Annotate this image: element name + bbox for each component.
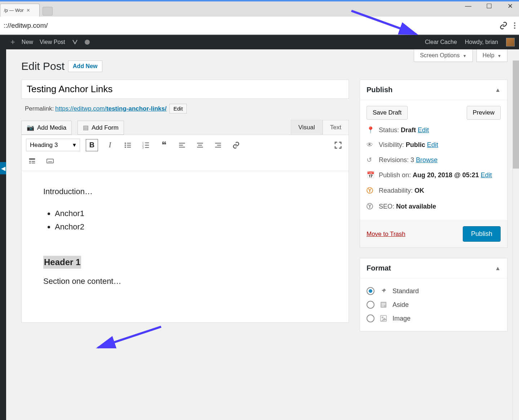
add-form-button[interactable]: ▤Add Form xyxy=(77,121,124,135)
post-title-input[interactable] xyxy=(21,80,349,99)
permalink-edit-button[interactable]: Edit xyxy=(169,104,187,113)
svg-rect-27 xyxy=(47,159,53,163)
permalink-label: Permalink: xyxy=(25,105,54,112)
permalink-row: Permalink: https://editwp.com/testing-an… xyxy=(21,99,349,120)
screen-options-button[interactable]: Screen Options ▼ xyxy=(414,49,473,62)
pin-icon: 📍 xyxy=(367,126,374,134)
move-to-trash-link[interactable]: Move to Trash xyxy=(367,231,405,238)
svg-rect-14 xyxy=(179,145,183,146)
tab-text[interactable]: Text xyxy=(323,120,349,135)
content-section-1: Section one content… xyxy=(43,275,327,287)
format-label: Image xyxy=(392,315,411,322)
eye-icon: 👁 xyxy=(367,141,374,149)
browser-menu-icon[interactable] xyxy=(514,22,515,29)
browser-tab[interactable]: /p — Wor × xyxy=(0,4,40,17)
format-header[interactable]: Format ▲ xyxy=(360,258,507,278)
adminbar-clear-cache[interactable]: Clear Cache xyxy=(425,39,457,45)
permalink-link[interactable]: https://editwp.com/testing-anchor-links/ xyxy=(55,105,167,112)
format-radio-standard[interactable] xyxy=(367,287,374,295)
visibility-edit-link[interactable]: Edit xyxy=(427,141,438,148)
svg-rect-2 xyxy=(127,143,131,143)
svg-rect-16 xyxy=(197,143,203,143)
wp-admin-sidebar-collapsed xyxy=(0,35,6,420)
schedule-edit-link[interactable]: Edit xyxy=(481,171,492,179)
svg-rect-25 xyxy=(29,163,31,164)
svg-rect-10 xyxy=(145,145,149,146)
align-left-button[interactable] xyxy=(176,139,188,151)
svg-point-3 xyxy=(125,144,126,146)
blockquote-button[interactable]: ❝ xyxy=(158,139,170,151)
link-icon[interactable] xyxy=(500,22,507,30)
bullet-list-button[interactable] xyxy=(122,139,134,151)
svg-text:3: 3 xyxy=(142,146,144,149)
format-label: Aside xyxy=(392,301,409,309)
chevron-up-icon: ▲ xyxy=(495,265,501,272)
adminbar-view-post[interactable]: View Post xyxy=(40,39,65,45)
format-radio-image[interactable] xyxy=(367,314,374,322)
tab-title: /p — Wor xyxy=(4,8,24,13)
preview-button[interactable]: Preview xyxy=(467,106,501,120)
form-icon: ▤ xyxy=(83,124,89,131)
svg-point-5 xyxy=(125,146,126,148)
svg-rect-23 xyxy=(29,161,31,162)
help-button[interactable]: Help ▼ xyxy=(476,49,507,62)
toolbar-toggle-button[interactable] xyxy=(26,155,38,167)
add-media-button[interactable]: 📷Add Media xyxy=(21,121,72,135)
adminbar-greeting[interactable]: Howdy, brian xyxy=(465,39,498,45)
editor-content[interactable]: Introduction… Anchor1 Anchor2 Header 1 S… xyxy=(22,171,349,322)
svg-rect-36 xyxy=(382,304,386,305)
adminbar-new[interactable]: New xyxy=(22,39,33,45)
yoast-icon[interactable] xyxy=(72,39,78,45)
align-right-button[interactable] xyxy=(212,139,224,151)
format-select[interactable]: Heading 3▾ xyxy=(26,139,80,151)
window-minimize-icon[interactable]: — xyxy=(463,2,474,10)
publish-header[interactable]: Publish ▲ xyxy=(360,80,507,100)
pin-icon xyxy=(380,287,387,295)
editor-toolbar: Heading 3▾ B I 123 ❝ xyxy=(22,135,349,171)
svg-rect-6 xyxy=(127,147,131,147)
svg-rect-24 xyxy=(32,161,35,162)
tab-visual[interactable]: Visual xyxy=(291,120,323,135)
svg-rect-21 xyxy=(215,147,221,147)
svg-point-39 xyxy=(382,317,383,318)
insert-link-button[interactable] xyxy=(230,139,242,151)
revisions-browse-link[interactable]: Browse xyxy=(416,156,438,164)
align-center-button[interactable] xyxy=(194,139,206,151)
svg-rect-12 xyxy=(145,147,149,148)
tab-close-icon[interactable]: × xyxy=(27,7,30,14)
svg-rect-35 xyxy=(382,303,386,304)
wp-admin-bar: + New View Post Clear Cache Howdy, brian xyxy=(6,35,519,49)
address-bar[interactable]: :://editwp.com/ xyxy=(4,22,500,30)
content-intro: Introduction… xyxy=(43,186,327,197)
numbered-list-button[interactable]: 123 xyxy=(140,139,152,151)
svg-rect-4 xyxy=(127,145,131,146)
collapse-menu-icon[interactable]: ◀ xyxy=(0,162,6,174)
status-edit-link[interactable]: Edit xyxy=(418,126,429,134)
publish-metabox: Publish ▲ Save Draft Preview 📍 Status: D… xyxy=(360,80,507,248)
new-tab-button[interactable] xyxy=(43,7,53,15)
publish-button[interactable]: Publish xyxy=(463,226,501,242)
user-avatar[interactable] xyxy=(506,38,515,46)
svg-rect-37 xyxy=(382,306,384,307)
svg-rect-20 xyxy=(217,145,221,146)
keyboard-button[interactable] xyxy=(44,155,56,167)
scrollbar-vertical[interactable] xyxy=(513,61,519,420)
bold-button[interactable]: B xyxy=(86,139,98,151)
image-icon xyxy=(380,314,387,322)
list-item: Anchor1 xyxy=(55,207,327,219)
svg-rect-17 xyxy=(198,145,202,146)
format-radio-aside[interactable] xyxy=(367,301,374,309)
svg-rect-26 xyxy=(32,163,35,164)
italic-button[interactable]: I xyxy=(104,139,116,151)
fullscreen-button[interactable] xyxy=(332,139,344,151)
add-new-button[interactable]: Add New xyxy=(68,61,102,72)
browser-chrome: /p — Wor × — ☐ ✕ :://editwp.com/ xyxy=(0,0,519,35)
window-maximize-icon[interactable]: ☐ xyxy=(484,2,494,10)
window-close-icon[interactable]: ✕ xyxy=(505,2,515,10)
yoast-seo-icon: Ⓨ xyxy=(367,202,374,211)
yoast-readability-icon: Ⓨ xyxy=(367,186,374,195)
svg-point-1 xyxy=(125,142,126,144)
save-draft-button[interactable]: Save Draft xyxy=(367,106,408,120)
plus-icon[interactable]: + xyxy=(10,37,15,47)
scrollbar-thumb[interactable] xyxy=(513,61,519,169)
